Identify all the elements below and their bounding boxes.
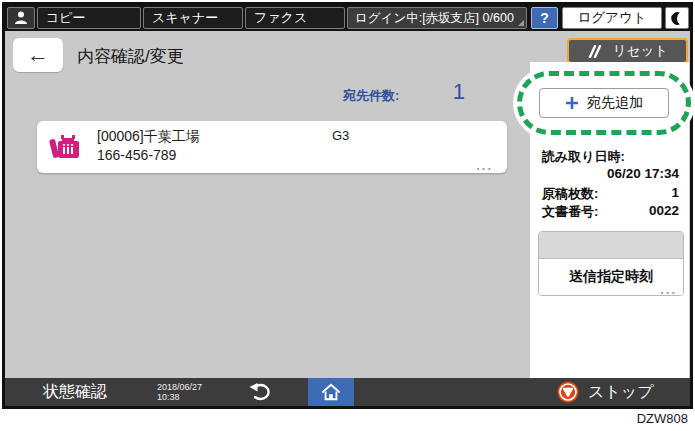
send-time-display-field <box>539 232 683 259</box>
send-time-more-dots: ... <box>660 282 677 296</box>
screenshot-page: コピー スキャナー ファクス ログイン中:[赤坂支店] 0/600 ? ログアウ… <box>0 0 695 431</box>
send-time-button[interactable]: 送信指定時刻 ... <box>539 259 683 295</box>
help-icon: ? <box>540 10 549 26</box>
document-no-value: 0022 <box>649 203 679 218</box>
stop-icon <box>557 381 579 403</box>
dropdown-caret-icon <box>518 20 524 26</box>
destination-number: 166-456-789 <box>97 147 176 163</box>
back-arrow-icon: ← <box>27 42 49 68</box>
destination-count-value: 1 <box>423 79 465 105</box>
destination-list-item[interactable]: [00006]千葉工場 166-456-789 G3 ... <box>37 121 507 173</box>
reset-icon <box>587 45 603 58</box>
login-status-dropdown[interactable]: ログイン中:[赤坂支店] 0/600 <box>347 7 527 29</box>
add-destination-label: 宛先追加 <box>587 94 643 112</box>
add-destination-button[interactable]: 宛先追加 <box>539 88 669 118</box>
printer-touchscreen: コピー スキャナー ファクス ログイン中:[赤坂支店] 0/600 ? ログアウ… <box>2 2 693 409</box>
scan-date-value: 06/20 17:34 <box>607 166 679 181</box>
home-icon <box>320 382 342 402</box>
moon-icon <box>670 11 685 26</box>
login-status-text: ログイン中:[赤坂支店] 0/600 <box>355 10 514 27</box>
tab-scanner[interactable]: スキャナー <box>143 7 243 29</box>
time-text: 10:38 <box>157 392 202 402</box>
tab-scanner-label: スキャナー <box>152 9 218 27</box>
stop-button[interactable]: ストップ <box>557 378 654 406</box>
logout-label: ログアウト <box>577 9 646 27</box>
reset-label: リセット <box>613 42 668 60</box>
back-button[interactable]: ← <box>13 38 63 72</box>
figure-caption: DZW808 <box>637 411 688 426</box>
scan-date-label: 読み取り日時: <box>542 148 625 166</box>
send-time-label: 送信指定時刻 <box>569 268 653 284</box>
tab-fax-label: ファクス <box>254 9 307 27</box>
page-title: 内容確認/変更 <box>77 45 184 68</box>
send-time-group: 送信指定時刻 ... <box>538 231 684 296</box>
document-no-label: 文書番号: <box>542 203 598 221</box>
reset-button[interactable]: リセット <box>567 38 688 64</box>
status-check-button[interactable]: 状態確認 <box>43 378 107 406</box>
tab-copy-label: コピー <box>46 9 86 27</box>
energy-saver-button[interactable] <box>665 7 689 29</box>
back-undo-button[interactable] <box>245 380 275 404</box>
destination-count-label: 宛先件数: <box>343 87 399 105</box>
highlight-annotation-oval: 宛先追加 <box>517 71 691 135</box>
fax-machine-icon <box>49 132 81 162</box>
bottom-system-bar: 状態確認 2018/06/27 10:38 ストップ <box>5 378 690 406</box>
destination-more-options[interactable]: ... <box>476 158 493 173</box>
plus-icon <box>565 96 579 110</box>
top-function-bar: コピー スキャナー ファクス ログイン中:[赤坂支店] 0/600 ? ログアウ… <box>5 5 690 31</box>
datetime-display: 2018/06/27 10:38 <box>157 382 202 402</box>
stop-label: ストップ <box>588 382 654 403</box>
help-button[interactable]: ? <box>531 7 558 29</box>
page-count-label: 原稿枚数: <box>542 185 598 203</box>
tab-fax[interactable]: ファクス <box>245 7 345 29</box>
home-button[interactable] <box>308 378 354 406</box>
page-count-value: 1 <box>671 185 679 200</box>
undo-arrow-icon <box>248 382 272 402</box>
destination-name: [00006]千葉工場 <box>97 128 200 146</box>
user-button[interactable] <box>7 7 35 29</box>
date-text: 2018/06/27 <box>157 382 202 392</box>
destination-line-type: G3 <box>332 128 349 143</box>
logout-button[interactable]: ログアウト <box>562 7 662 29</box>
tab-copy[interactable]: コピー <box>37 7 141 29</box>
user-icon <box>13 10 29 26</box>
